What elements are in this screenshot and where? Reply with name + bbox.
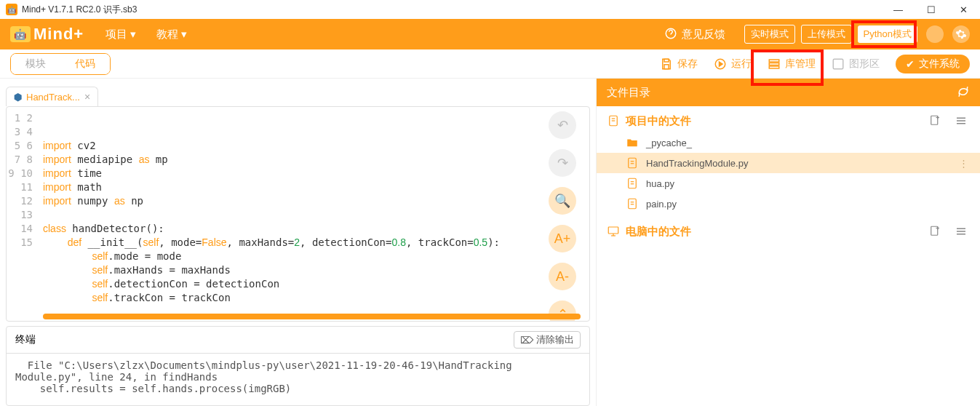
file-row-hua[interactable]: hua.py — [597, 173, 980, 194]
filesystem-button[interactable]: ✔ 文件系统 — [896, 55, 970, 73]
editor-tab-label: HandTrack... — [26, 92, 80, 103]
file-label: pain.py — [646, 199, 677, 210]
mode-upload[interactable]: 上传模式 — [801, 25, 852, 44]
terminal-header: 终端 ⌦ 清除输出 — [7, 327, 589, 354]
sub-toolbar: 模块 代码 保存 运行 库管理 图形区 ✔ 文件系统 — [0, 49, 980, 79]
settings-icon[interactable] — [952, 25, 970, 43]
user-avatar[interactable] — [926, 25, 944, 43]
more-icon[interactable]: ⋮ — [959, 158, 970, 169]
logo-text: Mind+ — [33, 25, 84, 44]
refresh-icon[interactable] — [957, 85, 970, 100]
seg-code[interactable]: 代码 — [60, 54, 110, 74]
file-icon — [607, 114, 620, 127]
python-icon: ⬢ — [14, 92, 22, 103]
terminal-body[interactable]: File "C:\Users\zlzx\Documents\mindplus-p… — [7, 354, 589, 405]
save-icon — [660, 57, 673, 71]
menu-button[interactable] — [952, 114, 970, 128]
add-file-button[interactable] — [926, 224, 944, 239]
svg-rect-7 — [833, 59, 843, 69]
redo-icon: ↷ — [557, 155, 568, 171]
section-project-label: 项目中的文件 — [626, 114, 691, 128]
file-icon — [626, 156, 639, 170]
file-icon — [626, 197, 639, 210]
editor-side-buttons: ↶ ↷ 🔍 A+ A- ⌃ — [549, 111, 576, 322]
line-gutter: 1 2 3 4 5 6 7 8 9 10 11 12 13 14 15 — [7, 107, 43, 321]
lib-manager-button[interactable]: 库管理 — [768, 57, 816, 71]
right-pane: 文件目录 项目中的文件 _pycache_ — [597, 79, 980, 406]
svg-rect-1 — [664, 59, 669, 62]
section-computer-label: 电脑中的文件 — [626, 225, 691, 239]
logo: 🤖 Mind+ — [10, 25, 84, 44]
seg-blocks[interactable]: 模块 — [11, 54, 60, 74]
maximize-button[interactable]: ☐ — [915, 0, 947, 19]
file-icon — [626, 177, 639, 190]
svg-rect-5 — [769, 63, 779, 65]
save-button[interactable]: 保存 — [660, 57, 698, 71]
graph-button[interactable]: 图形区 — [832, 57, 880, 71]
font-increase-button[interactable]: A+ — [549, 225, 576, 252]
svg-rect-20 — [629, 178, 637, 188]
main-area: ⬢ HandTrack... × 1 2 3 4 5 6 7 8 9 10 11… — [0, 79, 980, 406]
project-file-list: _pycache_ HandTrackingModule.py ⋮ hua.py… — [597, 130, 980, 217]
window-title: Mind+ V1.7.1 RC2.0 识手.sb3 — [22, 4, 137, 16]
code-editor[interactable]: 1 2 3 4 5 6 7 8 9 10 11 12 13 14 15 impo… — [6, 106, 590, 322]
file-row-folder[interactable]: _pycache_ — [597, 132, 980, 153]
file-row-pain[interactable]: pain.py — [597, 194, 980, 214]
code-content[interactable]: import cv2 import mediapipe as mp import… — [43, 107, 589, 321]
mode-realtime[interactable]: 实时模式 — [744, 25, 795, 44]
file-label: HandTrackingModule.py — [646, 158, 748, 169]
monitor-icon — [607, 225, 620, 238]
view-segment: 模块 代码 — [10, 53, 111, 75]
section-computer-files: 电脑中的文件 — [597, 217, 980, 240]
library-icon — [768, 57, 781, 71]
app-icon: 🤖 — [6, 4, 17, 15]
search-button[interactable]: 🔍 — [549, 187, 576, 215]
terminal-panel: 终端 ⌦ 清除输出 File "C:\Users\zlzx\Documents\… — [6, 326, 590, 406]
eraser-icon: ⌦ — [520, 335, 533, 346]
svg-rect-4 — [769, 60, 779, 62]
minimize-button[interactable]: — — [882, 0, 915, 19]
run-button[interactable]: 运行 — [714, 57, 752, 71]
window-titlebar: 🤖 Mind+ V1.7.1 RC2.0 识手.sb3 — ☐ ✕ — [0, 0, 980, 19]
editor-tab[interactable]: ⬢ HandTrack... × — [6, 87, 98, 106]
close-button[interactable]: ✕ — [947, 0, 980, 19]
svg-rect-17 — [629, 158, 637, 168]
app-header: 🤖 Mind+ 项目 ▾ 教程 ▾ 意见反馈 实时模式 上传模式 Python模… — [0, 19, 980, 49]
search-icon: 🔍 — [554, 193, 570, 209]
tab-close[interactable]: × — [84, 91, 90, 103]
folder-icon — [626, 136, 639, 149]
file-directory-header: 文件目录 — [597, 79, 980, 106]
file-directory-title: 文件目录 — [607, 86, 650, 100]
svg-rect-6 — [769, 66, 779, 68]
play-icon — [714, 57, 727, 71]
svg-rect-23 — [629, 199, 637, 209]
main-menu: 项目 ▾ 教程 ▾ — [105, 28, 187, 41]
horizontal-scrollbar[interactable] — [43, 314, 581, 319]
undo-button[interactable]: ↶ — [549, 111, 576, 139]
window-controls: — ☐ ✕ — [882, 0, 980, 19]
menu-button[interactable] — [952, 224, 970, 239]
add-file-button[interactable] — [926, 114, 944, 128]
logo-icon: 🤖 — [10, 26, 31, 42]
font-decrease-button[interactable]: A- — [549, 263, 576, 290]
file-label: hua.py — [646, 178, 674, 189]
menu-tutorial[interactable]: 教程 ▾ — [156, 28, 187, 41]
editor-tabs: ⬢ HandTrack... × — [0, 83, 596, 106]
mode-python[interactable]: Python模式 — [858, 25, 917, 43]
redo-button[interactable]: ↷ — [549, 149, 576, 177]
clear-output-button[interactable]: ⌦ 清除输出 — [514, 331, 581, 349]
menu-project[interactable]: 项目 ▾ — [105, 28, 136, 41]
feedback-button[interactable]: 意见反馈 — [664, 27, 725, 42]
graph-icon — [832, 57, 845, 71]
section-project-files: 项目中的文件 — [597, 106, 980, 130]
file-row-handtracking[interactable]: HandTrackingModule.py ⋮ — [597, 153, 980, 173]
terminal-title: 终端 — [15, 333, 36, 346]
check-icon: ✔ — [906, 58, 915, 70]
file-label: _pycache_ — [646, 138, 692, 148]
svg-rect-2 — [664, 64, 669, 68]
left-pane: ⬢ HandTrack... × 1 2 3 4 5 6 7 8 9 10 11… — [0, 79, 597, 406]
question-icon — [664, 27, 677, 42]
svg-rect-26 — [608, 227, 618, 234]
undo-icon: ↶ — [557, 117, 568, 133]
